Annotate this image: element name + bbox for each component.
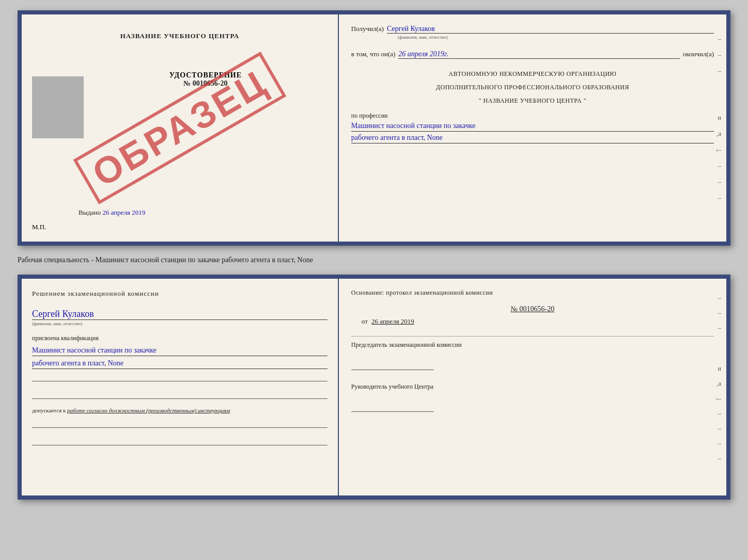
qualification-line1: Машинист насосной станции по закачке [32,346,328,356]
protocol-number: № 0010656-20 [351,305,714,313]
caption-text: Рабочая специальность - Машинист насосно… [18,254,730,266]
predsedatel-block: Председатель экзаменационной комиссии [351,341,714,370]
poluchil-line: Получил(а) Сергей Кулаков [351,25,714,34]
udostoverenie-block: УДОСТОВЕРЕНИЕ № 0010656-20 [84,71,328,88]
vydano-block: Выдано 26 апреля 2019 [79,209,145,217]
dash5: ‚а [716,130,721,138]
predsedatel-label: Председатель экзаменационной комиссии [351,341,714,349]
vtom-line: в том, что он(а) 26 апреля 2019г. окончи… [351,50,714,59]
b-dash5: ‚а [716,380,721,388]
qualification-line2: рабочего агента в пласт, None [32,359,328,369]
b-dash8: – [718,425,721,433]
poluchil-value: Сергей Кулаков [387,25,714,34]
empty-line-4 [32,436,328,445]
bottom-doc-right: – – – и ‚а ‹– – – – – Основание: протоко… [339,279,726,495]
b-dash7: – [718,410,721,418]
rukovoditel-label: Руководитель учебного Центра [351,382,714,391]
profession-group: по профессии Машинист насосной станции п… [351,110,714,143]
mp-block: М.П. [32,223,46,231]
b-dash3: – [718,324,721,332]
dash1: – [718,35,721,43]
bottom-right-dashes: – – – и ‚а ‹– – – – – [716,294,721,462]
dash9: – [718,194,721,202]
dopuskaetsya-value: работе согласно должностным (производств… [67,407,230,413]
dopuskaetsya-label: допускается к [32,407,66,413]
vydano-date: 26 апреля 2019 [103,209,146,216]
empty-line-3 [32,419,328,428]
dash7: – [718,162,721,170]
rukovoditel-block: Руководитель учебного Центра [351,382,714,412]
komissia-title: Решением экзаменационной комиссии [32,289,328,298]
static-text-2: ДОПОЛНИТЕЛЬНОГО ПРОФЕССИОНАЛЬНОГО ОБРАЗО… [351,83,714,92]
vtom-label: в том, что он(а) [351,50,396,58]
dash8: – [718,178,721,186]
protocol-date-prefix: от [362,317,368,325]
empty-line-2 [32,390,328,399]
b-dash2: – [718,309,721,317]
b-dash4: и [718,365,721,373]
protocol-date-block: от 26 апреля 2019 [351,317,714,326]
udostoverenie-label: УДОСТОВЕРЕНИЕ [84,71,328,79]
poluchil-group: Получил(а) Сергей Кулаков (фамилия, имя,… [351,25,714,40]
okonchil-label: окончил(а) [683,50,714,58]
protocol-date-value: 26 апреля 2019 [371,317,414,325]
vtom-date: 26 апреля 2019г. [398,50,680,59]
name-field: Сергей Кулаков [32,309,328,320]
dash2: – [718,51,721,59]
separator1 [351,336,714,337]
dash6: ‹– [716,146,721,154]
b-dash10: – [718,455,721,462]
static-text-1: АВТОНОМНУЮ НЕКОММЕРЧЕСКУЮ ОРГАНИЗАЦИЮ [351,69,714,78]
empty-line-1 [32,372,328,381]
rukovoditel-signature [351,402,434,412]
bottom-doc-left: Решением экзаменационной комиссии Сергей… [22,279,339,495]
poluchil-hint: (фамилия, имя, отчество) [398,35,714,40]
dash4: и [718,114,721,122]
profession-line2: рабочего агента в пласт, None [351,134,714,143]
top-doc-left: НАЗВАНИЕ УЧЕБНОГО ЦЕНТРА УДОСТОВЕРЕНИЕ №… [22,14,339,242]
dash3: – [718,67,721,75]
top-left-title: НАЗВАНИЕ УЧЕБНОГО ЦЕНТРА [32,32,328,40]
photo-placeholder [32,76,84,138]
osnov-label: Основание: протокол экзаменационной коми… [351,289,714,297]
vtom-group: в том, что он(а) 26 апреля 2019г. окончи… [351,50,714,59]
name-hint: (фамилия, имя, отчество) [32,321,328,326]
predsedatel-signature [351,360,434,370]
prisvoena-label: присвоена квалификация [32,334,328,342]
b-dash9: – [718,440,721,447]
bottom-document: Решением экзаменационной комиссии Сергей… [18,275,730,500]
poluchil-label: Получил(а) [351,25,384,33]
top-doc-right: – – – и ‚а ‹– – – – Получил(а) Сергей Ку… [339,14,726,242]
vydano-label: Выдано [79,209,101,216]
profession-line1: Машинист насосной станции по закачке [351,122,714,132]
b-dash1: – [718,294,721,302]
right-dashes: – – – и ‚а ‹– – – – [716,35,721,202]
po-professii-label: по профессии [351,112,388,119]
dopuskaetsya-block: допускается к работе согласно должностны… [32,407,328,413]
udostoverenie-number: № 0010656-20 [84,79,328,88]
static-text-3: " НАЗВАНИЕ УЧЕБНОГО ЦЕНТРА " [351,96,714,105]
b-dash6: ‹– [716,395,721,403]
top-document: НАЗВАНИЕ УЧЕБНОГО ЦЕНТРА УДОСТОВЕРЕНИЕ №… [18,10,730,246]
